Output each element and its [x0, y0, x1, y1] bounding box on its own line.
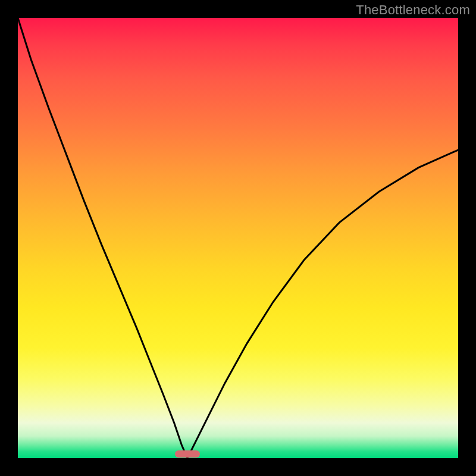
minimum-marker [175, 450, 200, 458]
plot-area [18, 18, 458, 458]
curve-path [18, 18, 458, 458]
bottleneck-curve [18, 18, 458, 458]
chart-frame: TheBottleneck.com [0, 0, 476, 476]
watermark-text: TheBottleneck.com [356, 2, 470, 18]
